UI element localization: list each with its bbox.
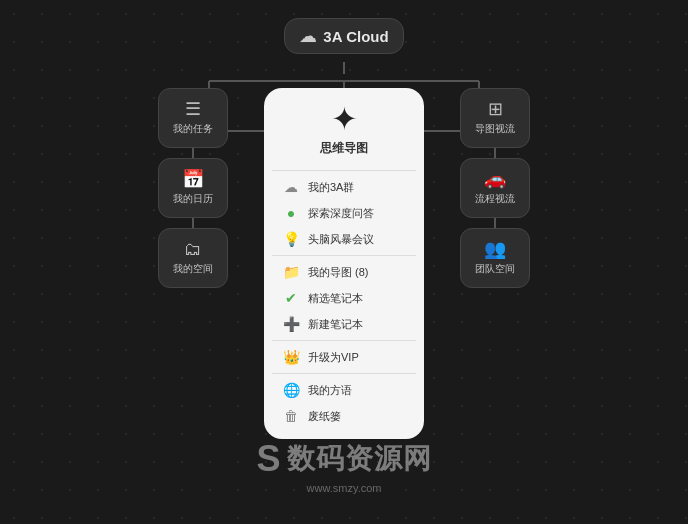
v-seg-1 (192, 148, 194, 158)
mind-map-flow-label: 导图视流 (475, 122, 515, 136)
team-space-label: 团队空间 (475, 262, 515, 276)
right-h-connector (424, 130, 460, 132)
ask-deepseek-text: 探索深度问答 (308, 206, 374, 221)
divider-1 (272, 170, 416, 171)
divider-3 (272, 340, 416, 341)
sidebar-item-mind-map-flow[interactable]: ⊞ 导图视流 (460, 88, 530, 148)
upgrade-vip-item[interactable]: 👑 升级为VIP (264, 344, 424, 370)
my-mind-map-item[interactable]: 📁 我的导图 (8) (264, 259, 424, 285)
recycle-bin-item[interactable]: 🗑 废纸篓 (264, 403, 424, 429)
process-flow-icon: 🚗 (484, 170, 506, 188)
my-mind-map-text: 我的导图 (8) (308, 265, 369, 280)
brainstorm-item[interactable]: 💡 头脑风暴会议 (264, 226, 424, 252)
upgrade-vip-text: 升级为VIP (308, 350, 359, 365)
new-notebook-icon: ➕ (282, 316, 300, 332)
left-connectors (228, 88, 264, 132)
main-layout: ☰ 我的任务 📅 我的日历 🗂 我的空间 (158, 74, 530, 439)
my-3a-group-item[interactable]: ☁ 我的3A群 (264, 174, 424, 200)
calendar-icon: 📅 (182, 170, 204, 188)
three-columns: ☰ 我的任务 📅 我的日历 🗂 我的空间 (158, 88, 530, 439)
branch-lines (174, 74, 514, 88)
divider-4 (272, 373, 416, 374)
center-panel: ✦ 思维导图 ☁ 我的3A群 ● 探索深度问答 💡 头脑风暴会议 (264, 88, 424, 439)
v-seg-r2 (494, 218, 496, 228)
new-notebook-item[interactable]: ➕ 新建笔记本 (264, 311, 424, 337)
recycle-bin-icon: 🗑 (282, 408, 300, 424)
tasks-label: 我的任务 (173, 122, 213, 136)
sidebar-item-my-space[interactable]: 🗂 我的空间 (158, 228, 228, 288)
right-connectors (424, 88, 460, 132)
watermark: S 数码资源网 www.smzy.com (256, 438, 431, 494)
my-language-item[interactable]: 🌐 我的方语 (264, 377, 424, 403)
top-v-connector (343, 62, 345, 74)
ask-deepseek-icon: ● (282, 205, 300, 221)
sidebar-item-my-tasks[interactable]: ☰ 我的任务 (158, 88, 228, 148)
my-mind-map-icon: 📁 (282, 264, 300, 280)
cloud-icon: ☁ (299, 25, 317, 47)
recycle-bin-text: 废纸篓 (308, 409, 341, 424)
space-icon: 🗂 (184, 240, 202, 258)
app-title: 3A Cloud (323, 28, 388, 45)
my-language-text: 我的方语 (308, 383, 352, 398)
brainstorm-text: 头脑风暴会议 (308, 232, 374, 247)
cloud-header: ☁ 3A Cloud (284, 18, 403, 54)
select-notebook-text: 精选笔记本 (308, 291, 363, 306)
center-column: ✦ 思维导图 ☁ 我的3A群 ● 探索深度问答 💡 头脑风暴会议 (264, 88, 424, 439)
calendar-label: 我的日历 (173, 192, 213, 206)
v-seg-2 (192, 218, 194, 228)
cloud-title-box[interactable]: ☁ 3A Cloud (284, 18, 403, 54)
watermark-main: S 数码资源网 (256, 438, 431, 480)
team-space-icon: 👥 (484, 240, 506, 258)
mind-map-icon: ✦ (331, 100, 358, 138)
mind-map-flow-icon: ⊞ (488, 100, 503, 118)
tasks-icon: ☰ (185, 100, 201, 118)
my-3a-group-icon: ☁ (282, 179, 300, 195)
sidebar-item-process-flow[interactable]: 🚗 流程视流 (460, 158, 530, 218)
select-notebook-icon: ✔ (282, 290, 300, 306)
my-language-icon: 🌐 (282, 382, 300, 398)
divider-2 (272, 255, 416, 256)
new-notebook-text: 新建笔记本 (308, 317, 363, 332)
space-label: 我的空间 (173, 262, 213, 276)
v-seg-r1 (494, 148, 496, 158)
process-flow-label: 流程视流 (475, 192, 515, 206)
select-notebook-item[interactable]: ✔ 精选笔记本 (264, 285, 424, 311)
my-3a-group-text: 我的3A群 (308, 180, 354, 195)
watermark-symbol: S (256, 438, 280, 480)
sidebar-item-my-calendar[interactable]: 📅 我的日历 (158, 158, 228, 218)
upgrade-vip-icon: 👑 (282, 349, 300, 365)
right-section: ⊞ 导图视流 🚗 流程视流 👥 团队空间 (460, 88, 530, 288)
left-section: ☰ 我的任务 📅 我的日历 🗂 我的空间 (158, 88, 228, 288)
sidebar-item-team-space[interactable]: 👥 团队空间 (460, 228, 530, 288)
watermark-text: 数码资源网 (287, 440, 432, 478)
left-h-connector (228, 130, 264, 132)
ask-deepseek-item[interactable]: ● 探索深度问答 (264, 200, 424, 226)
brainstorm-icon: 💡 (282, 231, 300, 247)
mind-map-label: 思维导图 (320, 140, 368, 157)
watermark-url: www.smzy.com (307, 482, 382, 494)
